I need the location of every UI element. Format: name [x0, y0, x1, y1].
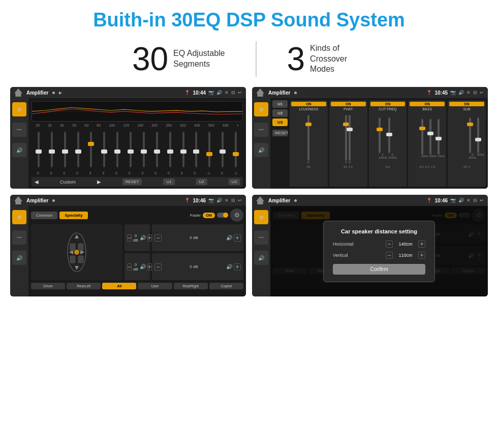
bass-hz1: 90Hz	[421, 155, 428, 158]
horizontal-minus[interactable]: −	[386, 241, 393, 248]
u1-btn[interactable]: U1	[163, 178, 174, 185]
sidebar2-wave-btn[interactable]: 〰	[254, 123, 268, 137]
prev-btn[interactable]: ◀	[35, 179, 39, 185]
sidebar2-speaker-btn[interactable]: 🔊	[254, 143, 268, 157]
confirm-button[interactable]: Confirm	[333, 264, 425, 275]
fader-11[interactable]	[164, 129, 176, 170]
status-time-4: 10:46	[434, 198, 448, 203]
sidebar3-wave-btn[interactable]: 〰	[12, 230, 26, 245]
fader-3[interactable]	[59, 129, 71, 170]
u3-btn[interactable]: U3	[229, 178, 240, 185]
fader-6[interactable]	[98, 129, 110, 170]
fader-4[interactable]	[72, 129, 84, 170]
fr-minus[interactable]: −	[154, 234, 162, 242]
specialty-tab-3[interactable]: Specialty	[59, 212, 87, 219]
rearright-btn[interactable]: RearRight	[174, 283, 208, 289]
sub-fader: G 60Hz 60Hz	[449, 113, 484, 164]
settings-icon[interactable]: ⚙	[230, 208, 243, 222]
eq-icon-4: ⚙	[259, 215, 264, 220]
freq-125: 125	[123, 124, 129, 127]
fl-minus[interactable]: −	[127, 234, 132, 242]
xover-reset-btn[interactable]: RESET	[272, 130, 288, 136]
val-5: 5	[89, 171, 91, 175]
phat-fader-track[interactable]	[345, 115, 347, 161]
cutfreq-track1[interactable]	[379, 117, 381, 153]
copilot-btn[interactable]: Copilot	[209, 283, 243, 289]
next-btn[interactable]: ▶	[97, 179, 101, 185]
fader-1[interactable]	[33, 129, 45, 170]
phat-fader-track2[interactable]	[349, 115, 351, 161]
vertical-plus[interactable]: +	[418, 252, 425, 259]
x-icon-4: ✕	[466, 198, 471, 203]
fader-15[interactable]	[216, 129, 229, 170]
loudness-fader-track[interactable]	[307, 115, 309, 161]
fader-9[interactable]	[138, 129, 150, 170]
u1-preset[interactable]: U1	[272, 100, 288, 108]
fader-8[interactable]	[124, 129, 137, 170]
screen-crossover: Amplifier 📍 10:45 📷 🔊 ✕ ⊟ ↩ ⚙ 〰	[252, 87, 488, 189]
back-icon-2[interactable]: ↩	[480, 90, 484, 95]
fader-on-btn[interactable]: ON	[203, 213, 215, 218]
bass-track3[interactable]	[438, 119, 440, 155]
status-dot-4	[294, 199, 297, 202]
fader-13[interactable]	[191, 129, 203, 170]
sidebar-speaker-btn[interactable]: 🔊	[12, 143, 26, 157]
val-14: -1	[207, 171, 210, 175]
common-tab-3[interactable]: Common	[31, 212, 57, 219]
fl-plus[interactable]: +	[147, 234, 152, 242]
all-btn[interactable]: All	[102, 283, 136, 289]
rearleft-btn[interactable]: RearLeft	[67, 283, 101, 289]
fader-slider[interactable]	[217, 213, 228, 218]
screen3-sidebar: ⚙ 〰 🔊	[10, 206, 28, 296]
rr-minus[interactable]: −	[154, 263, 162, 271]
sub-track2[interactable]	[477, 117, 479, 153]
home-icon-3[interactable]	[14, 196, 22, 204]
fader-7[interactable]	[111, 129, 123, 170]
cutfreq-val1: 3.0	[386, 165, 390, 168]
fader-2[interactable]	[46, 129, 58, 170]
val-4: 0	[76, 171, 78, 175]
sidebar4-wave-btn[interactable]: 〰	[254, 230, 268, 245]
home-icon-1[interactable]	[14, 88, 22, 97]
home-icon-2[interactable]	[256, 88, 264, 97]
u2-preset[interactable]: U2	[272, 109, 288, 117]
bass-track2[interactable]	[429, 119, 431, 155]
fr-plus[interactable]: +	[234, 234, 241, 242]
sidebar3-speaker-btn[interactable]: 🔊	[12, 251, 26, 265]
sidebar-wave-btn[interactable]: 〰	[12, 123, 26, 137]
u3-preset[interactable]: U3	[272, 118, 288, 126]
channel-grid: − 0 dB 🔊 +	[31, 224, 243, 280]
preset-buttons: Driver RearLeft All User RearRight Copil…	[31, 283, 243, 289]
sidebar4-eq-btn[interactable]: ⚙	[254, 210, 268, 224]
sidebar4-speaker-btn[interactable]: 🔊	[254, 251, 268, 265]
rl-minus[interactable]: −	[127, 263, 132, 271]
eq-value-row: 0 0 0 0 5 0 0 0 0 0 0 0 0 -1 0 -1	[32, 171, 243, 175]
back-icon-4[interactable]: ↩	[480, 198, 484, 203]
rl-plus[interactable]: +	[147, 263, 152, 271]
sidebar2-eq-btn[interactable]: ⚙	[254, 102, 268, 116]
rr-plus[interactable]: +	[234, 263, 241, 271]
fader-14[interactable]	[203, 129, 215, 170]
fader-12[interactable]	[177, 129, 190, 170]
sidebar3-eq-btn[interactable]: ⚙	[12, 210, 26, 224]
sidebar-eq-btn[interactable]: ⚙	[12, 102, 26, 116]
sub-track1[interactable]	[469, 117, 471, 153]
bass-track1[interactable]	[421, 119, 423, 155]
user-btn[interactable]: User	[138, 283, 172, 289]
fader-16[interactable]	[230, 129, 242, 170]
u2-btn[interactable]: U2	[196, 178, 207, 185]
status-left-3: Amplifier	[14, 196, 55, 204]
fader-10[interactable]	[151, 129, 163, 170]
driver-btn[interactable]: Driver	[31, 283, 65, 289]
svg-rect-8	[78, 244, 83, 251]
back-icon-3[interactable]: ↩	[238, 198, 242, 203]
cutfreq-track2[interactable]	[388, 117, 390, 153]
pin-icon-3: 📍	[184, 198, 190, 203]
reset-btn[interactable]: RESET	[122, 178, 142, 185]
back-icon-1[interactable]: ↩	[238, 90, 242, 95]
home-icon-4[interactable]	[256, 196, 264, 204]
horizontal-plus[interactable]: +	[418, 241, 425, 248]
freq-25: 25	[36, 124, 40, 127]
vertical-minus[interactable]: −	[386, 252, 393, 259]
fader-5[interactable]	[85, 129, 98, 170]
